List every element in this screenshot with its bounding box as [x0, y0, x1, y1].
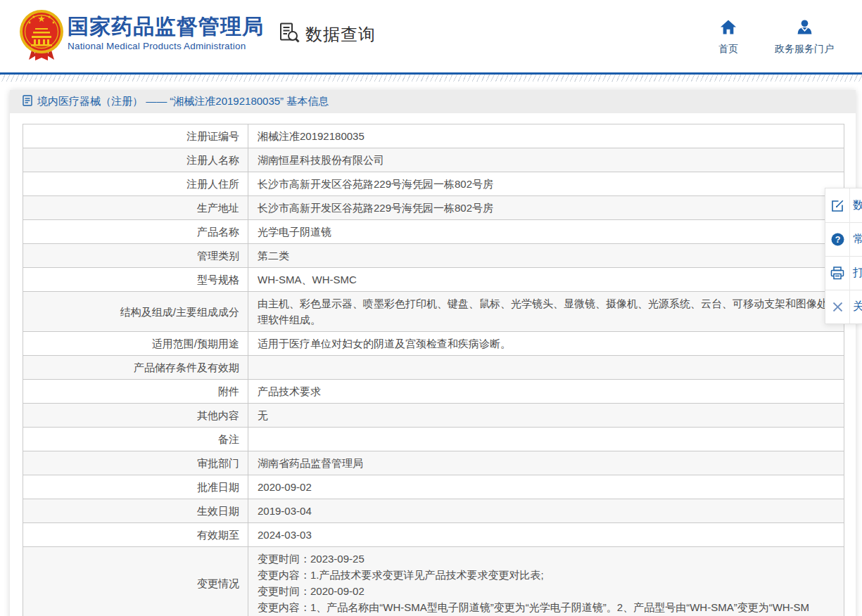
row-value: WH-SMA、WH-SMC [248, 268, 844, 292]
nav-item-home[interactable]: 首页 [718, 20, 738, 56]
panel-faq-label: 常见 [853, 232, 862, 247]
nav-item-gov-portal[interactable]: 政务服务门户 [775, 20, 834, 56]
nav-home-label: 首页 [718, 43, 738, 56]
svg-text:?: ? [835, 235, 840, 245]
row-value: 产品技术要求 [248, 380, 844, 404]
registration-info-table: 注册证编号湘械注准20192180035注册人名称湖南恒星科技股份有限公司注册人… [23, 124, 844, 616]
header-nav: 首页 政务服务门户 [718, 20, 834, 56]
row-label: 管理类别 [23, 244, 248, 268]
agency-brand: 国家药品监督管理局 National Medical Products Admi… [68, 15, 264, 51]
panel-divider [849, 188, 850, 323]
panel-item-print[interactable]: 打印 [825, 256, 862, 290]
row-value [248, 428, 844, 451]
row-value: 湘械注准20192180035 [248, 124, 844, 148]
table-row: 注册证编号湘械注准20192180035 [23, 124, 844, 148]
row-value: 长沙市高新开发区谷苑路229号海凭园一栋802号房 [248, 196, 844, 220]
row-label: 注册证编号 [23, 124, 248, 148]
row-value: 变更时间：2023-09-25变更内容：1.产品技术要求变更详见产品技术要求变更… [248, 547, 844, 616]
row-label: 适用范围/预期用途 [23, 332, 248, 356]
row-value: 湖南省药品监督管理局 [248, 451, 844, 475]
panel-close-label: 关闭 [853, 300, 862, 314]
row-value: 长沙市高新开发区谷苑路229号海凭园一栋802号房 [248, 172, 844, 196]
row-label: 生产地址 [23, 196, 248, 220]
row-label: 有效期至 [23, 523, 248, 547]
national-emblem-icon [19, 8, 64, 66]
table-row: 附件产品技术要求 [23, 380, 844, 404]
row-label: 产品储存条件及有效期 [23, 356, 248, 380]
edit-icon [825, 199, 849, 212]
table-row: 有效期至2024-03-03 [23, 523, 844, 547]
row-value-line: 变更内容：1、产品名称由“WH-SMA型电子阴道镜”变更为“光学电子阴道镜”。2… [258, 599, 835, 615]
agency-title: 国家药品监督管理局 [68, 15, 264, 39]
row-value: 2024-03-03 [248, 523, 844, 547]
row-value: 第二类 [248, 244, 844, 268]
site-header: 国家药品监督管理局 National Medical Products Admi… [0, 0, 862, 72]
row-label: 产品名称 [23, 220, 248, 244]
question-icon: ? [825, 233, 849, 246]
table-row: 其他内容无 [23, 404, 844, 428]
data-query-label: 数据查询 [305, 23, 376, 46]
panel-print-label: 打印 [853, 266, 862, 281]
header-hatch-band [0, 75, 862, 82]
table-row: 审批部门湖南省药品监督管理局 [23, 451, 844, 475]
home-icon [720, 20, 737, 37]
row-label: 附件 [23, 380, 248, 404]
breadcrumb: 境内医疗器械（注册） —— “湘械注准20192180035” 基本信息 [10, 90, 856, 113]
document-icon [23, 95, 32, 109]
table-row: 产品储存条件及有效期 [23, 356, 844, 380]
row-value: 适用于医疗单位对妇女的阴道及宫颈检查和疾病诊断。 [248, 332, 844, 356]
row-label: 审批部门 [23, 451, 248, 475]
agency-subtitle: National Medical Products Administration [68, 41, 264, 51]
row-label: 注册人名称 [23, 148, 248, 172]
row-value-line: 变更时间：2020-09-02 [258, 583, 835, 599]
print-icon [825, 267, 849, 280]
row-label: 备注 [23, 428, 248, 451]
row-value-line: 变更时间：2023-09-25 [258, 551, 835, 567]
panel-item-faq[interactable]: ? 常见 [825, 222, 862, 256]
table-row: 生产地址长沙市高新开发区谷苑路229号海凭园一栋802号房 [23, 196, 844, 220]
table-row: 生效日期2019-03-04 [23, 499, 844, 523]
panel-item-data[interactable]: 数据 [825, 188, 862, 222]
row-value: 光学电子阴道镜 [248, 220, 844, 244]
row-label: 生效日期 [23, 499, 248, 523]
data-search-icon [279, 22, 300, 46]
table-row: 适用范围/预期用途适用于医疗单位对妇女的阴道及宫颈检查和疾病诊断。 [23, 332, 844, 356]
page-title: 境内医疗器械（注册） —— “湘械注准20192180035” 基本信息 [37, 95, 329, 108]
row-value: 2019-03-04 [248, 499, 844, 523]
close-icon [825, 302, 849, 312]
row-label: 型号规格 [23, 268, 248, 292]
table-row: 产品名称光学电子阴道镜 [23, 220, 844, 244]
table-row: 变更情况变更时间：2023-09-25变更内容：1.产品技术要求变更详见产品技术… [23, 547, 844, 616]
table-row: 管理类别第二类 [23, 244, 844, 268]
table-row: 批准日期2020-09-02 [23, 475, 844, 499]
data-query-section[interactable]: 数据查询 [279, 22, 376, 46]
row-label: 结构及组成/主要组成成分 [23, 292, 248, 332]
row-value: 2020-09-02 [248, 475, 844, 499]
panel-item-close[interactable]: 关闭 [825, 290, 862, 323]
panel-data-label: 数据 [853, 198, 862, 213]
row-value: 由主机、彩色显示器、喷墨彩色打印机、键盘、鼠标、光学镜头、显微镜、摄像机、光源系… [248, 292, 844, 332]
row-value: 湖南恒星科技股份有限公司 [248, 148, 844, 172]
row-label: 注册人住所 [23, 172, 248, 196]
row-value: 无 [248, 404, 844, 428]
row-label: 变更情况 [23, 547, 248, 616]
table-row: 备注 [23, 428, 844, 451]
row-value [248, 356, 844, 380]
table-row: 注册人名称湖南恒星科技股份有限公司 [23, 148, 844, 172]
user-icon [797, 20, 813, 37]
content-panel: 境内医疗器械（注册） —— “湘械注准20192180035” 基本信息 注册证… [10, 90, 856, 616]
row-value-line: 变更内容：1.产品技术要求变更详见产品技术要求变更对比表; [258, 567, 835, 583]
row-label: 其他内容 [23, 404, 248, 428]
table-row: 型号规格WH-SMA、WH-SMC [23, 268, 844, 292]
row-label: 批准日期 [23, 475, 248, 499]
table-row: 结构及组成/主要组成成分由主机、彩色显示器、喷墨彩色打印机、键盘、鼠标、光学镜头… [23, 292, 844, 332]
table-row: 注册人住所长沙市高新开发区谷苑路229号海凭园一栋802号房 [23, 172, 844, 196]
nav-gov-portal-label: 政务服务门户 [775, 43, 834, 56]
side-tool-panel: 数据 ? 常见 打印 关闭 [825, 188, 862, 324]
